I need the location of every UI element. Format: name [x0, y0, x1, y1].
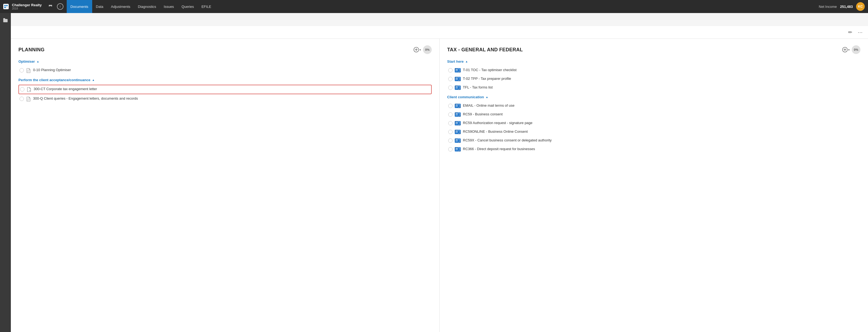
svg-rect-2 [4, 7, 6, 8]
cpa-icon-rc59-auth [455, 121, 461, 126]
tax-add-button[interactable]: ▾ [842, 47, 849, 52]
top-navigation: Challenger Realty 2018 i Documents Data … [0, 0, 868, 13]
planning-section-perform-header[interactable]: Perform the client acceptance/continuanc… [19, 78, 432, 82]
doc-checkbox-rc59-auth[interactable] [448, 121, 453, 126]
tax-column: TAX - GENERAL AND FEDERAL ▾ 0% Start [439, 39, 868, 332]
doc-icon-0-10 [26, 68, 31, 73]
tax-starthere-list: T-01 TOC - Tax optimiser checklist T-02 … [447, 66, 860, 92]
planning-col-header: PLANNING ▾ 0% [19, 45, 432, 54]
tax-col-title: TAX - GENERAL AND FEDERAL [447, 47, 523, 53]
doc-item-rc59online[interactable]: RC59ONLINE - Business Online Consent [447, 128, 860, 136]
main-content: ✏ ⋯ PLANNING ▾ 0% [11, 26, 868, 332]
planning-column: PLANNING ▾ 0% Optimiser ▲ [11, 39, 439, 332]
doc-label-t01: T-01 TOC - Tax optimiser checklist [463, 67, 517, 73]
svg-rect-1 [6, 5, 8, 6]
planning-section-optimiser-header[interactable]: Optimiser ▲ [19, 59, 432, 63]
doc-label-rc59online: RC59ONLINE - Business Online Consent [463, 129, 528, 134]
doc-checkbox-300-ct[interactable] [20, 87, 24, 91]
doc-item-rc59-auth[interactable]: RC59 Authorization request - signature p… [447, 119, 860, 127]
doc-checkbox-rc59online[interactable] [448, 130, 453, 134]
app-brand: Challenger Realty 2018 [12, 3, 42, 10]
doc-label-300-q: 300-Q Client queries - Engagement letter… [33, 96, 138, 101]
cpa-icon-rc59online [455, 130, 461, 135]
planning-col-header-right: ▾ 0% [413, 45, 432, 54]
tax-clientcomm-list: EMAIL - Online mail terms of use RC59 - … [447, 102, 860, 154]
cpa-icon-tfl [455, 85, 461, 90]
doc-checkbox-rc366[interactable] [448, 147, 453, 151]
sidebar-folder-icon[interactable] [1, 16, 9, 24]
planning-optimiser-list: 0-10 Planning Optimiser [19, 66, 432, 75]
svg-rect-3 [6, 7, 8, 8]
doc-item-300-q[interactable]: 300-Q Client queries - Engagement letter… [19, 95, 432, 103]
planning-section-perform-title: Perform the client acceptance/continuanc… [19, 78, 90, 82]
svg-rect-5 [3, 19, 8, 22]
tax-section-starthere-title: Start here [447, 59, 464, 63]
doc-checkbox-rc59x[interactable] [448, 138, 453, 143]
content-toolbar: ✏ ⋯ [11, 26, 868, 39]
net-income-value: 251,483 [840, 5, 853, 9]
planning-add-chevron: ▾ [420, 48, 421, 51]
info-icon[interactable]: i [57, 3, 63, 10]
doc-item-tfl[interactable]: TFL - Tax forms list [447, 84, 860, 92]
nav-data[interactable]: Data [92, 0, 107, 13]
doc-checkbox-tfl[interactable] [448, 85, 453, 90]
doc-item-rc366[interactable]: RC366 - Direct deposit request for busin… [447, 145, 860, 154]
planning-percent-badge: 0% [423, 45, 432, 54]
doc-checkbox-t02[interactable] [448, 77, 453, 81]
cpa-icon-t01 [455, 68, 461, 73]
doc-checkbox-rc59[interactable] [448, 112, 453, 117]
nav-links: Documents Data Adjustments Diagnostics I… [67, 0, 215, 13]
doc-checkbox-300-q[interactable] [20, 96, 24, 101]
doc-label-rc59x: RC59X - Cancel business consent or deleg… [463, 138, 552, 143]
tax-col-header: TAX - GENERAL AND FEDERAL ▾ 0% [447, 45, 860, 54]
app-name: Challenger Realty [12, 3, 42, 7]
doc-item-t01[interactable]: T-01 TOC - Tax optimiser checklist [447, 66, 860, 74]
doc-item-rc59x[interactable]: RC59X - Cancel business consent or deleg… [447, 137, 860, 145]
planning-perform-list: 300-CT Corporate tax engagement letter [19, 85, 432, 103]
doc-label-email: EMAIL - Online mail terms of use [463, 103, 515, 108]
doc-checkbox-t01[interactable] [448, 68, 453, 73]
app-logo [3, 4, 9, 9]
doc-checkbox-email[interactable] [448, 104, 453, 108]
tax-section-starthere-header[interactable]: Start here ▲ [447, 59, 860, 63]
nav-documents[interactable]: Documents [67, 0, 92, 13]
nav-issues[interactable]: Issues [160, 0, 178, 13]
flag-icon[interactable] [47, 3, 54, 10]
cpa-icon-rc59x [455, 138, 461, 143]
doc-label-rc366: RC366 - Direct deposit request for busin… [463, 146, 535, 151]
sidebar-strip [0, 13, 11, 332]
nav-adjustments[interactable]: Adjustments [107, 0, 134, 13]
doc-item-rc59[interactable]: RC59 - Business consent [447, 110, 860, 119]
doc-item-t02[interactable]: T-02 TPP - Tax preparer profile [447, 75, 860, 83]
topnav-right: Net Income 251,483 KC [819, 2, 865, 11]
doc-icon-300-q [26, 96, 31, 102]
planning-add-button[interactable]: ▾ [413, 47, 421, 52]
nav-diagnostics[interactable]: Diagnostics [134, 0, 160, 13]
columns-wrapper: PLANNING ▾ 0% Optimiser ▲ [11, 39, 868, 332]
doc-label-tfl: TFL - Tax forms list [463, 85, 493, 90]
svg-rect-0 [4, 5, 6, 6]
net-income-label: Net Income [819, 5, 837, 9]
planning-section-perform-chevron: ▲ [92, 79, 95, 81]
nav-efile[interactable]: EFILE [198, 0, 215, 13]
planning-section-optimiser-title: Optimiser [19, 59, 35, 63]
doc-checkbox-0-10[interactable] [20, 68, 24, 73]
tax-section-starthere-chevron: ▲ [465, 60, 468, 63]
doc-item-email[interactable]: EMAIL - Online mail terms of use [447, 102, 860, 110]
tax-section-clientcomm-title: Client communication [447, 95, 484, 99]
planning-section-optimiser-chevron: ▲ [37, 60, 39, 63]
app-year: 2018 [12, 7, 18, 10]
edit-button[interactable]: ✏ [847, 28, 854, 36]
doc-label-t02: T-02 TPP - Tax preparer profile [463, 76, 511, 81]
tax-col-header-right: ▾ 0% [842, 45, 860, 54]
doc-label-rc59: RC59 - Business consent [463, 112, 503, 117]
doc-label-0-10: 0-10 Planning Optimiser [33, 67, 71, 73]
cpa-icon-email [455, 104, 461, 109]
nav-queries[interactable]: Queries [178, 0, 198, 13]
user-avatar[interactable]: KC [856, 2, 865, 11]
doc-item-300-ct[interactable]: 300-CT Corporate tax engagement letter [19, 85, 432, 94]
tax-section-clientcomm-header[interactable]: Client communication ▲ [447, 95, 860, 99]
doc-item-0-10-planning[interactable]: 0-10 Planning Optimiser [19, 66, 432, 75]
tax-section-clientcomm-chevron: ▲ [486, 95, 488, 99]
more-options-button[interactable]: ⋯ [857, 28, 864, 36]
